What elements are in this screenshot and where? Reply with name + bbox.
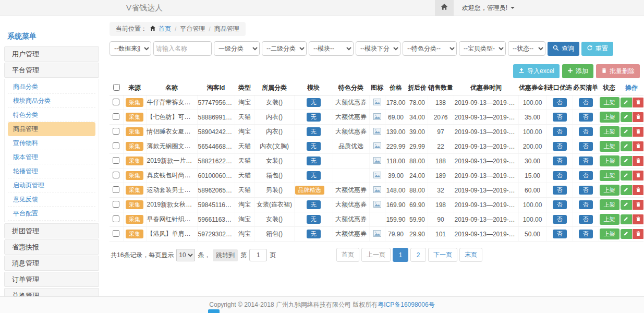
- status-select[interactable]: --状态--: [508, 41, 545, 56]
- row-checkbox[interactable]: [113, 186, 119, 193]
- edit-button[interactable]: [621, 141, 632, 151]
- must-buy-badge[interactable]: 否: [579, 98, 593, 107]
- sidebar-group-用户管理[interactable]: 用户管理: [4, 46, 99, 62]
- status-button[interactable]: 上架: [600, 185, 619, 196]
- reset-button[interactable]: 重置: [581, 42, 613, 56]
- home-button[interactable]: [435, 0, 454, 16]
- page-button-首页[interactable]: 首页: [336, 248, 359, 262]
- edit-button[interactable]: [621, 185, 632, 195]
- delete-button[interactable]: [633, 127, 644, 137]
- search-button[interactable]: 查询: [548, 42, 579, 56]
- module-select[interactable]: --模块--: [309, 41, 354, 56]
- page-button-下一页[interactable]: 下一页: [428, 248, 457, 262]
- sidebar-item-特色分类[interactable]: 特色分类: [8, 108, 95, 122]
- user-menu[interactable]: 欢迎您，管理员!: [462, 4, 515, 13]
- page-button-上一页[interactable]: 上一页: [361, 248, 391, 262]
- sidebar-item-意见反馈[interactable]: 意见反馈: [8, 192, 95, 207]
- status-button[interactable]: 上架: [600, 199, 619, 210]
- delete-button[interactable]: [633, 229, 644, 239]
- delete-button[interactable]: [633, 185, 644, 195]
- breadcrumb-home-link[interactable]: 首页: [159, 25, 171, 33]
- row-checkbox[interactable]: [113, 172, 119, 178]
- delete-button[interactable]: [633, 156, 644, 166]
- sidebar-item-轮播管理[interactable]: 轮播管理: [8, 164, 95, 178]
- import-excel-button[interactable]: 导入excel: [513, 64, 560, 78]
- must-buy-badge[interactable]: 否: [579, 186, 593, 195]
- must-buy-badge[interactable]: 否: [579, 142, 593, 151]
- edit-button[interactable]: [621, 127, 632, 137]
- sidebar-item-版本管理[interactable]: 版本管理: [8, 150, 95, 164]
- must-buy-badge[interactable]: 否: [579, 200, 593, 209]
- sidebar-group-平台管理[interactable]: 平台管理: [4, 63, 99, 78]
- icp-link[interactable]: 粤ICP备16098006号: [378, 300, 434, 309]
- edit-button[interactable]: [621, 200, 632, 210]
- page-button-末页[interactable]: 末页: [459, 248, 482, 262]
- delete-button[interactable]: [633, 112, 644, 122]
- import-choice-badge[interactable]: 否: [553, 200, 567, 209]
- add-button[interactable]: 添加: [562, 64, 593, 78]
- sidebar-group-拼团管理[interactable]: 拼团管理: [4, 223, 99, 238]
- status-button[interactable]: 上架: [600, 97, 619, 108]
- status-button[interactable]: 上架: [600, 155, 619, 166]
- import-choice-badge[interactable]: 否: [553, 230, 567, 238]
- jump-button[interactable]: 跳转到: [213, 249, 238, 261]
- batch-delete-button[interactable]: 批量删除: [596, 64, 640, 78]
- delete-button[interactable]: [633, 171, 644, 180]
- sidebar-group-订单管理[interactable]: 订单管理: [4, 272, 99, 287]
- import-choice-badge[interactable]: 否: [553, 113, 567, 122]
- status-button[interactable]: 上架: [600, 170, 619, 181]
- edit-button[interactable]: [621, 112, 632, 122]
- delete-button[interactable]: [633, 98, 644, 107]
- edit-button[interactable]: [621, 171, 632, 180]
- row-checkbox[interactable]: [113, 99, 119, 105]
- sidebar-item-商品分类[interactable]: 商品分类: [8, 80, 95, 94]
- import-choice-badge[interactable]: 否: [553, 98, 567, 107]
- module-sub-select[interactable]: --模块下分类--: [356, 41, 400, 56]
- row-checkbox[interactable]: [113, 157, 119, 164]
- must-buy-badge[interactable]: 否: [579, 113, 593, 122]
- must-buy-badge[interactable]: 否: [579, 230, 593, 238]
- select-all-checkbox[interactable]: [113, 84, 120, 91]
- status-button[interactable]: 上架: [600, 126, 619, 137]
- must-buy-badge[interactable]: 否: [579, 171, 593, 180]
- level2-category-select[interactable]: --二级分类--: [262, 41, 307, 56]
- page-button-2[interactable]: 2: [410, 248, 426, 262]
- sidebar-group-消息管理[interactable]: 消息管理: [4, 256, 99, 271]
- delete-button[interactable]: [633, 141, 644, 151]
- feature-category-select[interactable]: --特色分类--: [403, 41, 457, 56]
- sidebar-item-模块商品分类[interactable]: 模块商品分类: [8, 94, 95, 108]
- import-choice-badge[interactable]: 否: [553, 215, 567, 224]
- edit-button[interactable]: [621, 156, 632, 166]
- name-input[interactable]: [153, 41, 212, 56]
- per-page-select[interactable]: 10: [176, 249, 195, 261]
- page-number-input[interactable]: [249, 249, 267, 261]
- delete-button[interactable]: [633, 214, 644, 224]
- row-checkbox[interactable]: [113, 113, 119, 120]
- status-button[interactable]: 上架: [600, 214, 619, 225]
- level1-category-select[interactable]: 一级分类: [214, 41, 260, 56]
- sidebar-item-商品管理[interactable]: 商品管理: [8, 122, 95, 136]
- must-buy-badge[interactable]: 否: [579, 127, 593, 136]
- must-buy-badge[interactable]: 否: [579, 215, 593, 224]
- sidebar-group-省惠快报[interactable]: 省惠快报: [4, 239, 99, 255]
- item-type-select[interactable]: --宝贝类型--: [459, 41, 506, 56]
- sidebar-item-宣传物料[interactable]: 宣传物料: [8, 136, 95, 150]
- import-choice-badge[interactable]: 否: [553, 171, 567, 180]
- delete-button[interactable]: [633, 200, 644, 210]
- sidebar-item-平台配置[interactable]: 平台配置: [8, 207, 95, 221]
- import-choice-badge[interactable]: 否: [553, 186, 567, 195]
- row-checkbox[interactable]: [113, 128, 119, 135]
- row-checkbox[interactable]: [113, 215, 119, 222]
- import-choice-badge[interactable]: 否: [553, 127, 567, 136]
- status-button[interactable]: 上架: [600, 228, 619, 239]
- row-checkbox[interactable]: [113, 142, 119, 149]
- row-checkbox[interactable]: [113, 230, 119, 237]
- import-choice-badge[interactable]: 否: [553, 142, 567, 151]
- edit-button[interactable]: [621, 98, 632, 107]
- sidebar-item-启动页管理[interactable]: 启动页管理: [8, 178, 95, 192]
- page-button-1[interactable]: 1: [393, 248, 408, 262]
- edit-button[interactable]: [621, 229, 632, 239]
- must-buy-badge[interactable]: 否: [579, 156, 593, 165]
- data-source-select[interactable]: --数据来源--: [110, 41, 151, 56]
- status-button[interactable]: 上架: [600, 112, 619, 123]
